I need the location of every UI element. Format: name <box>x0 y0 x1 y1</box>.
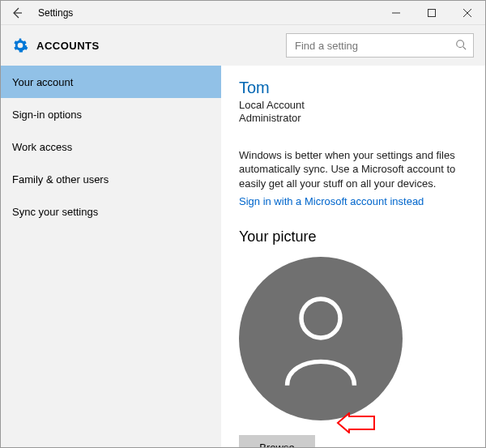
sidebar-item-label: Sync your settings <box>12 206 98 218</box>
back-button[interactable] <box>1 1 33 25</box>
sidebar-item-work-access[interactable]: Work access <box>1 130 221 163</box>
browse-button-label: Browse <box>259 442 294 447</box>
sidebar-item-signin-options[interactable]: Sign-in options <box>1 98 221 130</box>
annotation-arrow <box>336 412 375 436</box>
person-icon <box>276 290 365 387</box>
sidebar-item-label: Family & other users <box>12 173 109 186</box>
account-name: Tom <box>239 79 471 97</box>
minimize-button[interactable] <box>378 1 414 25</box>
svg-rect-0 <box>428 9 436 16</box>
maximize-icon <box>428 9 436 17</box>
sidebar-item-label: Your account <box>12 76 73 88</box>
svg-point-1 <box>457 40 464 47</box>
sidebar-item-label: Sign-in options <box>12 109 82 121</box>
svg-point-2 <box>301 299 340 338</box>
microsoft-account-link[interactable]: Sign in with a Microsoft account instead <box>239 195 424 207</box>
avatar-container <box>239 257 471 420</box>
section-title: ACCOUNTS <box>36 40 100 52</box>
gear-icon <box>12 37 28 53</box>
close-button[interactable] <box>450 1 485 25</box>
arrow-left-icon <box>11 6 23 19</box>
maximize-button[interactable] <box>414 1 450 25</box>
account-type: Local Account <box>239 99 471 112</box>
sidebar: Your account Sign-in options Work access… <box>1 66 221 447</box>
content-body: Your account Sign-in options Work access… <box>1 66 485 447</box>
browse-button[interactable]: Browse <box>239 435 315 447</box>
settings-header: ACCOUNTS <box>1 25 485 66</box>
your-picture-heading: Your picture <box>239 228 471 245</box>
sidebar-item-sync-your-settings[interactable]: Sync your settings <box>1 195 221 228</box>
sidebar-item-family-other-users[interactable]: Family & other users <box>1 163 221 195</box>
minimize-icon <box>392 9 400 17</box>
avatar-placeholder <box>239 257 403 420</box>
main-pane: Tom Local Account Administrator Windows … <box>221 66 485 447</box>
sidebar-item-label: Work access <box>12 141 72 153</box>
sidebar-item-your-account[interactable]: Your account <box>1 66 221 98</box>
close-icon <box>463 9 471 17</box>
promo-text: Windows is better when your settings and… <box>239 148 471 191</box>
account-role: Administrator <box>239 112 471 125</box>
titlebar: Settings <box>1 1 485 25</box>
search-input[interactable] <box>293 39 455 53</box>
search-box[interactable] <box>286 33 474 58</box>
search-icon <box>455 39 467 53</box>
window-title: Settings <box>33 7 73 19</box>
